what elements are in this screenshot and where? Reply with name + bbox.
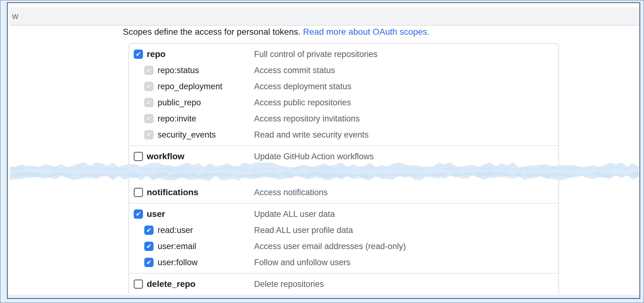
repo-invite-checkbox	[144, 114, 154, 123]
scope-description-security-events: Read and write security events	[254, 130, 369, 140]
scope-name-user-follow[interactable]: user:follow	[158, 258, 198, 267]
repo-deployment-checkbox	[144, 82, 154, 91]
security-events-checkbox	[144, 130, 154, 139]
scope-description-user-follow: Follow and unfollow users	[254, 258, 351, 267]
scope-description-read-user: Read ALL user profile data	[254, 226, 353, 235]
scope-name-notifications[interactable]: notifications	[147, 187, 198, 197]
scope-description-user: Update ALL user data	[254, 209, 335, 219]
scope-name-user-email[interactable]: user:email	[158, 242, 196, 251]
scope-name-read-user[interactable]: read:user	[158, 226, 193, 235]
repo-status-checkbox	[144, 66, 154, 75]
scope-name-repo-status: repo:status	[158, 66, 199, 75]
header-text: w	[12, 11, 18, 21]
scope-description-repo-invite: Access repository invitations	[254, 114, 360, 124]
scope-row-user-email: user:emailAccess user email addresses (r…	[129, 238, 558, 254]
user-email-checkbox[interactable]	[144, 242, 154, 251]
header-bar: w	[9, 7, 639, 26]
torn-screenshot-gap	[10, 159, 639, 183]
scope-name-public-repo: public_repo	[158, 98, 201, 108]
scope-row-user-follow: user:followFollow and unfollow users	[129, 254, 558, 270]
app-window: w Scopes define the access for personal …	[7, 2, 640, 299]
scope-row-repo-status: repo:statusAccess commit status	[129, 62, 558, 78]
scope-row-user: userUpdate ALL user data	[129, 206, 558, 222]
user-checkbox[interactable]	[134, 209, 143, 219]
scope-name-delete-repo[interactable]: delete_repo	[147, 279, 195, 289]
user-follow-checkbox[interactable]	[144, 258, 154, 267]
scope-row-delete-repo: delete_repoDelete repositories	[129, 276, 558, 292]
scope-row-repo-invite: repo:inviteAccess repository invitations	[129, 111, 558, 127]
window-bottom-strip	[8, 295, 639, 298]
oauth-scopes-link[interactable]: Read more about OAuth scopes.	[303, 27, 430, 37]
scope-name-security-events: security_events	[158, 130, 216, 140]
scope-description-user-email: Access user email addresses (read-only)	[254, 242, 406, 251]
intro-text: Scopes define the access for personal to…	[123, 27, 301, 37]
scope-group: repoFull control of private repositories…	[129, 44, 558, 145]
scope-row-public-repo: public_repoAccess public repositories	[129, 94, 558, 111]
scope-description-repo-status: Access commit status	[254, 66, 335, 75]
scopes-intro: Scopes define the access for personal to…	[123, 27, 430, 37]
scope-row-read-user: read:userRead ALL user profile data	[129, 222, 558, 238]
notifications-checkbox[interactable]	[134, 188, 143, 197]
scope-name-repo-deployment: repo_deployment	[158, 82, 222, 91]
scope-group: notificationsAccess notifications	[129, 182, 558, 203]
scope-description-delete-repo: Delete repositories	[254, 279, 324, 289]
screenshot-canvas: w Scopes define the access for personal …	[0, 0, 644, 303]
repo-checkbox[interactable]	[134, 50, 143, 59]
scope-group: userUpdate ALL user dataread:userRead AL…	[129, 203, 558, 273]
scope-name-repo-invite: repo:invite	[158, 114, 196, 124]
scope-row-repo: repoFull control of private repositories	[129, 46, 558, 62]
scope-description-repo-deployment: Access deployment status	[254, 82, 351, 91]
scope-row-repo-deployment: repo_deploymentAccess deployment status	[129, 78, 558, 94]
scope-description-public-repo: Access public repositories	[254, 98, 351, 108]
scope-description-repo: Full control of private repositories	[254, 50, 378, 59]
scope-description-notifications: Access notifications	[254, 188, 328, 197]
scope-name-user[interactable]: user	[147, 209, 165, 219]
read-user-checkbox[interactable]	[144, 226, 154, 235]
scope-name-repo[interactable]: repo	[147, 49, 166, 59]
scope-row-notifications: notificationsAccess notifications	[129, 184, 558, 200]
scope-group: delete_repoDelete repositories	[129, 273, 558, 294]
delete-repo-checkbox[interactable]	[134, 279, 143, 289]
scope-row-security-events: security_eventsRead and write security e…	[129, 127, 558, 143]
public-repo-checkbox	[144, 98, 154, 107]
